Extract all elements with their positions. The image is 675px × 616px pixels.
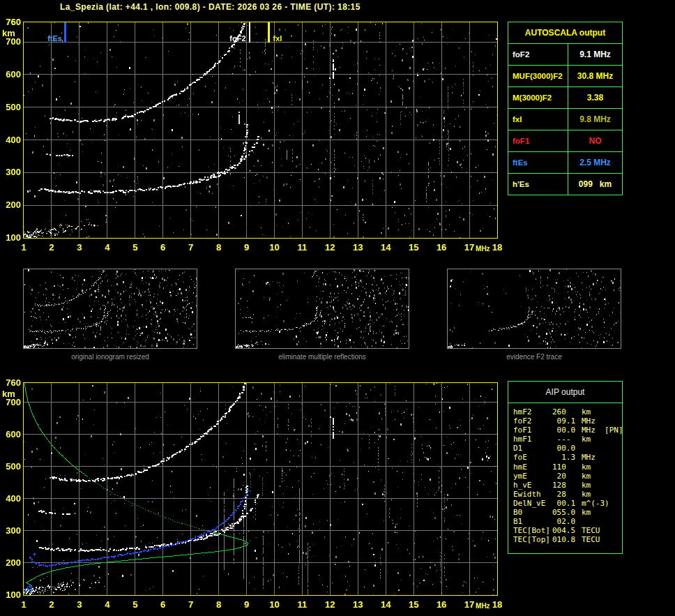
fxi-marker-line <box>268 22 270 43</box>
table-row: hmE110km <box>513 463 622 472</box>
parameter-label: hmE <box>513 463 552 472</box>
autoscala-window: La_Spezia (lat: +44.1 , lon: 009.8) - DA… <box>0 0 675 616</box>
table-row: ftEs2.5 MHz <box>508 151 622 173</box>
parameter-label: TEC[Bot] <box>513 526 552 535</box>
parameter-unit: m^(-3) <box>582 499 622 508</box>
x-tick-label: 1 <box>15 599 33 610</box>
y-tick-label: 600 <box>0 429 21 440</box>
x-tick-label: 4 <box>98 599 116 610</box>
fof2-marker-line <box>249 22 250 43</box>
parameter-label: M(3000)F2 <box>508 93 568 102</box>
thumbnail-original-ionogram <box>23 269 197 349</box>
parameter-unit: km <box>582 435 622 444</box>
y-tick-label: 500 <box>0 102 21 112</box>
aip-table-rows: hmF2260kmfoF2 09.1MHzfoF1 00.0MHz [PN]hm… <box>508 403 622 544</box>
table-row: ymE 20km <box>513 472 622 481</box>
parameter-value: 1.3 <box>552 453 582 462</box>
parameter-label: TEC[Top] <box>513 535 552 544</box>
x-tick-label: 14 <box>377 242 395 253</box>
parameter-label: foE <box>513 453 552 462</box>
parameter-unit: km <box>582 472 622 481</box>
ftes-marker-label: ftEs <box>31 34 62 43</box>
y-tick-label: 100 <box>0 589 21 600</box>
thumbnail-caption-eliminate: eliminate multiple reflections <box>235 353 409 361</box>
x-tick-label: 3 <box>70 599 89 610</box>
station-date-title: La_Spezia (lat: +44.1 , lon: 009.8) - DA… <box>60 2 361 12</box>
x-tick-label: 2 <box>43 599 61 610</box>
profile-canvas <box>24 383 497 595</box>
parameter-value: 00.0 <box>552 426 582 435</box>
table-row: Ewidth 28km <box>513 490 622 499</box>
parameter-value: 20 <box>552 472 582 481</box>
parameter-label: h'Es <box>508 180 568 188</box>
x-tick-label: 5 <box>126 599 144 610</box>
x-tick-label: 5 <box>126 242 144 253</box>
x-tick-label: 10 <box>265 599 283 610</box>
parameter-value: NO <box>568 130 622 151</box>
parameter-unit: TECU <box>582 526 622 535</box>
autoscala-output-table: AUTOSCALA output foF29.1 MHzMUF(3000)F23… <box>508 22 623 195</box>
parameter-value: 010.8 <box>552 535 582 544</box>
parameter-unit: km <box>582 463 622 472</box>
table-row: foF1NO <box>508 130 622 151</box>
y-axis-unit-label: km <box>2 389 15 399</box>
parameter-value: 9.1 MHz <box>568 44 622 65</box>
x-tick-label: 12 <box>321 242 339 253</box>
x-tick-label: 2 <box>43 242 61 253</box>
parameter-value: 28 <box>552 490 582 499</box>
y-tick-label: 300 <box>0 167 21 177</box>
x-tick-label: 11 <box>293 599 311 610</box>
x-tick-label: 13 <box>349 599 367 610</box>
y-axis-unit-label: km <box>2 28 15 38</box>
parameter-label: foF2 <box>513 416 552 426</box>
parameter-unit: km <box>582 490 622 499</box>
x-tick-label: 8 <box>210 242 228 253</box>
x-tick-label: 16 <box>432 599 450 610</box>
x-tick-label: 13 <box>349 242 367 253</box>
parameter-value: 2.5 MHz <box>568 152 622 173</box>
ftes-marker-line <box>64 22 66 43</box>
x-tick-label: 15 <box>404 599 423 610</box>
parameter-value: 30.8 MHz <box>568 66 622 87</box>
parameter-unit: km <box>582 508 622 517</box>
table-row: B0055.0km <box>513 508 622 517</box>
x-tick-label: 18 <box>488 599 506 610</box>
x-tick-label: 6 <box>154 599 172 610</box>
parameter-label: foF1 <box>508 137 568 145</box>
parameter-unit: MHz <box>582 453 622 462</box>
x-tick-label: 1 <box>15 242 33 253</box>
aip-output-table: AIP output hmF2260kmfoF2 09.1MHzfoF1 00.… <box>508 381 623 554</box>
parameter-label: B0 <box>513 508 552 517</box>
parameter-value: 00.1 <box>552 499 582 508</box>
parameter-unit <box>582 517 622 526</box>
table-row: D1 00.0 <box>513 444 622 453</box>
x-tick-label: 15 <box>404 242 423 253</box>
table-row: h'Es099 km <box>508 173 622 195</box>
y-tick-label: 760 <box>0 17 21 27</box>
x-tick-label: 18 <box>488 242 506 253</box>
autoscala-table-rows: foF29.1 MHzMUF(3000)F230.8 MHzM(3000)F23… <box>508 43 622 195</box>
autoscala-table-header: AUTOSCALA output <box>508 22 622 43</box>
parameter-unit <box>582 444 622 453</box>
x-tick-label: 7 <box>182 242 200 253</box>
y-tick-label: 100 <box>0 232 21 243</box>
x-tick-label: 3 <box>70 242 89 253</box>
parameter-label: foF2 <box>508 50 568 59</box>
x-tick-label: 14 <box>377 599 395 610</box>
y-tick-label: 300 <box>0 525 21 536</box>
parameter-value: 09.1 <box>552 416 582 426</box>
parameter-label: hmF2 <box>513 407 552 416</box>
parameter-value: 110 <box>552 463 582 472</box>
thumbnail-caption-original: original ionogram resized <box>23 353 197 361</box>
y-tick-label: 760 <box>0 377 21 388</box>
y-tick-label: 500 <box>0 461 21 472</box>
parameter-label: D1 <box>513 444 552 453</box>
table-row: foE 1.3MHz <box>513 453 622 462</box>
parameter-value: 00.0 <box>552 444 582 453</box>
thumbnail-evidence-canvas <box>448 269 621 348</box>
thumbnail-original-canvas <box>24 269 197 348</box>
y-tick-label: 600 <box>0 69 21 80</box>
parameter-label: ftEs <box>508 158 568 167</box>
ionogram-canvas <box>24 22 497 238</box>
table-row: DelN_vE 00.1m^(-3) <box>513 499 622 508</box>
